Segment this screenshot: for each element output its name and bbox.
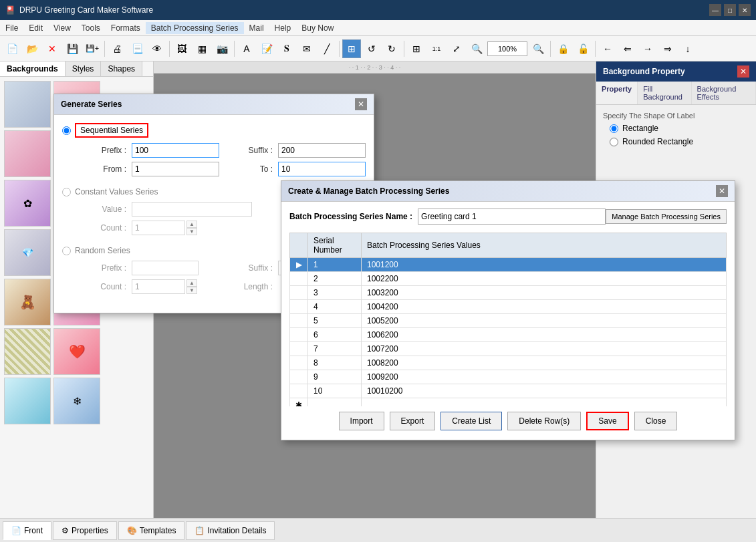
close-button-batch[interactable]: Close bbox=[634, 412, 678, 430]
tb-fit[interactable]: ⤢ bbox=[447, 39, 466, 58]
table-row[interactable]: 3 1003200 bbox=[290, 286, 727, 300]
rand-count-down[interactable]: ▼ bbox=[186, 287, 197, 294]
tab-backgrounds[interactable]: Backgrounds bbox=[0, 61, 66, 76]
sequential-radio-input[interactable] bbox=[62, 126, 71, 135]
create-list-button[interactable]: Create List bbox=[440, 412, 502, 430]
rand-prefix-input[interactable] bbox=[132, 261, 199, 275]
radio-rounded[interactable]: Rounded Rectangle bbox=[610, 137, 749, 146]
thumbnail-13[interactable] bbox=[4, 378, 51, 424]
menu-file[interactable]: File bbox=[0, 22, 23, 34]
constant-radio-input[interactable] bbox=[62, 188, 71, 196]
tb-arrow-left[interactable]: ← bbox=[598, 39, 617, 58]
tb-print2[interactable]: 📃 bbox=[128, 39, 146, 58]
tb-arrow-left2[interactable]: ⇐ bbox=[618, 39, 637, 58]
thumbnail-11[interactable] bbox=[4, 328, 51, 375]
radio-rounded-input[interactable] bbox=[610, 138, 618, 146]
tb-text[interactable]: A bbox=[237, 39, 256, 58]
tb-zoom-in-icon[interactable]: 🔍 bbox=[467, 39, 486, 58]
rand-count-up[interactable]: ▲ bbox=[186, 279, 197, 287]
count-down[interactable]: ▼ bbox=[186, 228, 197, 235]
close-button[interactable]: ✕ bbox=[739, 4, 751, 16]
import-button[interactable]: Import bbox=[339, 412, 384, 430]
rand-count-input[interactable] bbox=[132, 279, 185, 294]
tb-textbox[interactable]: 📝 bbox=[257, 39, 276, 58]
const-count-input[interactable] bbox=[132, 221, 185, 235]
thumbnail-3[interactable] bbox=[4, 130, 51, 177]
table-row[interactable]: 5 1005200 bbox=[290, 314, 727, 328]
table-row[interactable]: 10 10010200 bbox=[290, 384, 727, 398]
table-row[interactable]: 7 1007200 bbox=[290, 342, 727, 356]
thumbnail-14[interactable]: ❄ bbox=[53, 378, 100, 424]
menu-view[interactable]: View bbox=[48, 22, 76, 34]
tb-preview[interactable]: 👁 bbox=[148, 39, 166, 58]
menu-tools[interactable]: Tools bbox=[76, 22, 106, 34]
radio-rectangle-input[interactable] bbox=[610, 124, 618, 133]
batch-name-input[interactable] bbox=[418, 209, 606, 225]
menu-buynow[interactable]: Buy Now bbox=[296, 22, 339, 34]
tb-print[interactable]: 🖨 bbox=[108, 39, 126, 58]
tab-invitation[interactable]: 📋 Invitation Details bbox=[186, 521, 275, 540]
tab-templates[interactable]: 🎨 Templates bbox=[118, 521, 185, 540]
radio-rectangle[interactable]: Rectangle bbox=[610, 124, 749, 133]
tb-arc[interactable]: 𝐒 bbox=[277, 39, 296, 58]
tb-prev[interactable]: ↺ bbox=[362, 39, 381, 58]
thumbnail-9[interactable]: 🧸 bbox=[4, 279, 51, 325]
maximize-button[interactable]: □ bbox=[724, 4, 736, 16]
save-button[interactable]: Save bbox=[586, 412, 628, 430]
menu-help[interactable]: Help bbox=[269, 22, 297, 34]
table-row[interactable]: ▶ 1 1001200 bbox=[290, 258, 727, 272]
thumbnail-7[interactable]: 💎 bbox=[4, 229, 51, 276]
minimize-button[interactable]: — bbox=[709, 4, 721, 16]
gen-close-button[interactable]: ✕ bbox=[355, 98, 367, 110]
tb-save[interactable]: 💾 bbox=[63, 39, 82, 58]
tb-image[interactable]: 🖼 bbox=[172, 39, 191, 58]
table-row[interactable]: 8 1008200 bbox=[290, 356, 727, 370]
tb-1to1[interactable]: 1:1 bbox=[427, 39, 446, 58]
count-up[interactable]: ▲ bbox=[186, 221, 197, 228]
random-radio-input[interactable] bbox=[62, 247, 71, 255]
tb-open[interactable]: 📂 bbox=[23, 39, 41, 58]
tb-barcode[interactable]: ▦ bbox=[193, 39, 211, 58]
tb-arrow-right2[interactable]: ⇒ bbox=[658, 39, 677, 58]
table-row[interactable]: 6 1006200 bbox=[290, 328, 727, 342]
tab-shapes[interactable]: Shapes bbox=[101, 61, 142, 76]
menu-formats[interactable]: Formats bbox=[106, 22, 146, 34]
tb-new[interactable]: 📄 bbox=[3, 39, 21, 58]
tab-styles[interactable]: Styles bbox=[66, 61, 102, 76]
tb-lock2[interactable]: 🔓 bbox=[574, 39, 592, 58]
menu-mail[interactable]: Mail bbox=[244, 22, 269, 34]
thumbnail-1[interactable] bbox=[4, 81, 51, 128]
manage-batch-button[interactable]: Manage Batch Processing Series bbox=[606, 209, 727, 224]
tb-arrow-right[interactable]: → bbox=[638, 39, 657, 58]
tb-close-red[interactable]: ✕ bbox=[43, 39, 61, 58]
tb-line[interactable]: ╱ bbox=[318, 39, 336, 58]
sequential-radio[interactable]: Sequential Series bbox=[62, 123, 366, 138]
delete-rows-button[interactable]: Delete Row(s) bbox=[507, 412, 581, 430]
table-row[interactable]: 9 1009200 bbox=[290, 370, 727, 384]
tb-batch-active[interactable]: ⊞ bbox=[342, 39, 361, 58]
tab-property[interactable]: Property bbox=[596, 82, 638, 104]
const-value-input[interactable] bbox=[132, 202, 252, 217]
tb-email[interactable]: ✉ bbox=[297, 39, 316, 58]
tb-grid[interactable]: ⊞ bbox=[407, 39, 426, 58]
suffix-input[interactable] bbox=[278, 143, 366, 158]
menu-edit[interactable]: Edit bbox=[23, 22, 48, 34]
right-panel-close[interactable]: ✕ bbox=[737, 65, 749, 78]
thumbnail-5[interactable]: ✿ bbox=[4, 180, 51, 227]
tab-properties[interactable]: ⚙ Properties bbox=[53, 521, 117, 540]
export-button[interactable]: Export bbox=[390, 412, 436, 430]
tb-zoom-out[interactable]: 🔍 bbox=[529, 39, 547, 58]
tb-save2[interactable]: 💾+ bbox=[83, 39, 102, 58]
batch-close-x[interactable]: ✕ bbox=[716, 185, 728, 197]
table-row[interactable]: 4 1004200 bbox=[290, 300, 727, 314]
menu-batch[interactable]: Batch Processing Series bbox=[146, 22, 244, 34]
to-input[interactable] bbox=[278, 162, 366, 176]
tab-front[interactable]: 📄 Front bbox=[3, 521, 51, 540]
tb-next[interactable]: ↻ bbox=[382, 39, 401, 58]
tab-fill-background[interactable]: Fill Background bbox=[638, 82, 691, 104]
prefix-input[interactable] bbox=[132, 143, 219, 158]
tb-arrow-down[interactable]: ↓ bbox=[678, 39, 697, 58]
tb-lock1[interactable]: 🔒 bbox=[553, 39, 572, 58]
tab-background-effects[interactable]: Background Effects bbox=[692, 82, 756, 104]
table-row[interactable]: 2 1002200 bbox=[290, 272, 727, 286]
